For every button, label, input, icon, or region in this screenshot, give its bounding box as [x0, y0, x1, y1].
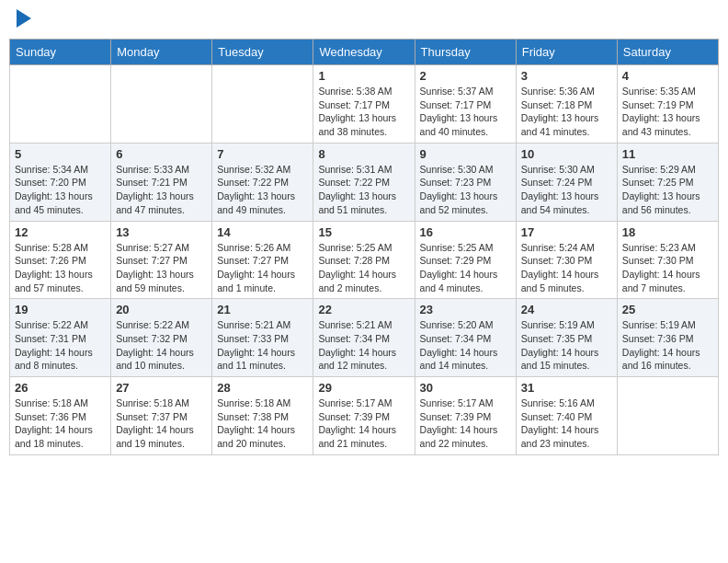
calendar-cell: 19Sunrise: 5:22 AM Sunset: 7:31 PM Dayli…	[10, 299, 111, 377]
calendar-cell: 30Sunrise: 5:17 AM Sunset: 7:39 PM Dayli…	[415, 377, 516, 455]
cell-day-number: 10	[521, 147, 612, 161]
calendar-cell: 13Sunrise: 5:27 AM Sunset: 7:27 PM Dayli…	[111, 221, 212, 299]
logo-arrow-icon	[17, 9, 31, 28]
calendar-cell: 29Sunrise: 5:17 AM Sunset: 7:39 PM Dayli…	[313, 377, 415, 455]
cell-day-number: 12	[15, 225, 106, 239]
cell-day-info: Sunrise: 5:19 AM Sunset: 7:36 PM Dayligh…	[622, 318, 713, 373]
cell-day-info: Sunrise: 5:33 AM Sunset: 7:21 PM Dayligh…	[116, 163, 207, 217]
cell-day-info: Sunrise: 5:21 AM Sunset: 7:34 PM Dayligh…	[318, 318, 409, 373]
cell-day-number: 30	[420, 381, 511, 395]
cell-day-number: 5	[15, 147, 106, 161]
calendar-week-row: 12Sunrise: 5:28 AM Sunset: 7:26 PM Dayli…	[10, 221, 719, 299]
cell-day-info: Sunrise: 5:27 AM Sunset: 7:27 PM Dayligh…	[116, 241, 207, 295]
cell-day-number: 31	[521, 381, 612, 395]
cell-day-info: Sunrise: 5:32 AM Sunset: 7:22 PM Dayligh…	[217, 163, 308, 217]
cell-day-info: Sunrise: 5:17 AM Sunset: 7:39 PM Dayligh…	[420, 396, 511, 451]
cell-day-number: 6	[116, 147, 207, 161]
calendar-week-row: 5Sunrise: 5:34 AM Sunset: 7:20 PM Daylig…	[10, 143, 719, 221]
day-of-week-header: Friday	[516, 40, 617, 65]
cell-day-info: Sunrise: 5:17 AM Sunset: 7:39 PM Dayligh…	[318, 396, 409, 451]
cell-day-info: Sunrise: 5:34 AM Sunset: 7:20 PM Dayligh…	[15, 163, 106, 217]
calendar-cell: 4Sunrise: 5:35 AM Sunset: 7:19 PM Daylig…	[617, 65, 718, 144]
cell-day-number: 14	[217, 225, 308, 239]
cell-day-number: 26	[15, 381, 106, 395]
cell-day-info: Sunrise: 5:18 AM Sunset: 7:36 PM Dayligh…	[15, 396, 106, 451]
cell-day-info: Sunrise: 5:24 AM Sunset: 7:30 PM Dayligh…	[521, 241, 612, 295]
cell-day-number: 1	[318, 69, 409, 83]
cell-day-info: Sunrise: 5:35 AM Sunset: 7:19 PM Dayligh…	[622, 85, 713, 139]
cell-day-info: Sunrise: 5:18 AM Sunset: 7:38 PM Dayligh…	[217, 396, 308, 451]
cell-day-number: 21	[217, 303, 308, 316]
calendar-cell: 9Sunrise: 5:30 AM Sunset: 7:23 PM Daylig…	[415, 143, 516, 221]
calendar-cell: 1Sunrise: 5:38 AM Sunset: 7:17 PM Daylig…	[313, 65, 415, 144]
cell-day-info: Sunrise: 5:25 AM Sunset: 7:28 PM Dayligh…	[318, 241, 409, 295]
calendar-cell: 26Sunrise: 5:18 AM Sunset: 7:36 PM Dayli…	[10, 377, 111, 455]
cell-day-number: 28	[217, 381, 308, 395]
calendar-cell	[617, 377, 718, 455]
cell-day-number: 8	[318, 147, 409, 161]
day-of-week-header: Sunday	[10, 40, 111, 65]
calendar-cell: 22Sunrise: 5:21 AM Sunset: 7:34 PM Dayli…	[313, 299, 415, 377]
cell-day-info: Sunrise: 5:16 AM Sunset: 7:40 PM Dayligh…	[521, 396, 612, 451]
calendar-cell: 3Sunrise: 5:36 AM Sunset: 7:18 PM Daylig…	[516, 65, 617, 144]
day-of-week-header: Tuesday	[212, 40, 313, 65]
calendar-body: 1Sunrise: 5:38 AM Sunset: 7:17 PM Daylig…	[10, 65, 719, 455]
cell-day-number: 17	[521, 225, 612, 239]
calendar-cell	[212, 65, 313, 144]
cell-day-number: 2	[420, 69, 511, 83]
cell-day-number: 16	[420, 225, 511, 239]
cell-day-info: Sunrise: 5:20 AM Sunset: 7:34 PM Dayligh…	[420, 318, 511, 373]
day-of-week-header: Saturday	[617, 40, 718, 65]
calendar-cell: 25Sunrise: 5:19 AM Sunset: 7:36 PM Dayli…	[617, 299, 718, 377]
cell-day-info: Sunrise: 5:26 AM Sunset: 7:27 PM Dayligh…	[217, 241, 308, 295]
cell-day-info: Sunrise: 5:25 AM Sunset: 7:29 PM Dayligh…	[420, 241, 511, 295]
cell-day-info: Sunrise: 5:22 AM Sunset: 7:31 PM Dayligh…	[15, 318, 106, 373]
cell-day-number: 3	[521, 69, 612, 83]
cell-day-number: 27	[116, 381, 207, 395]
cell-day-info: Sunrise: 5:37 AM Sunset: 7:17 PM Dayligh…	[420, 85, 511, 139]
cell-day-number: 7	[217, 147, 308, 161]
calendar-cell: 21Sunrise: 5:21 AM Sunset: 7:33 PM Dayli…	[212, 299, 313, 377]
calendar-cell: 8Sunrise: 5:31 AM Sunset: 7:22 PM Daylig…	[313, 143, 415, 221]
cell-day-info: Sunrise: 5:30 AM Sunset: 7:23 PM Dayligh…	[420, 163, 511, 217]
cell-day-info: Sunrise: 5:23 AM Sunset: 7:30 PM Dayligh…	[622, 241, 713, 295]
cell-day-info: Sunrise: 5:29 AM Sunset: 7:25 PM Dayligh…	[622, 163, 713, 217]
cell-day-info: Sunrise: 5:22 AM Sunset: 7:32 PM Dayligh…	[116, 318, 207, 373]
logo	[14, 9, 31, 31]
day-of-week-header: Wednesday	[313, 40, 415, 65]
calendar-cell: 16Sunrise: 5:25 AM Sunset: 7:29 PM Dayli…	[415, 221, 516, 299]
cell-day-number: 18	[622, 225, 713, 239]
calendar-cell	[111, 65, 212, 144]
cell-day-number: 11	[622, 147, 713, 161]
calendar-cell: 11Sunrise: 5:29 AM Sunset: 7:25 PM Dayli…	[617, 143, 718, 221]
cell-day-number: 15	[318, 225, 409, 239]
day-of-week-header: Monday	[111, 40, 212, 65]
calendar-cell: 28Sunrise: 5:18 AM Sunset: 7:38 PM Dayli…	[212, 377, 313, 455]
page-header	[9, 9, 719, 31]
calendar-cell: 10Sunrise: 5:30 AM Sunset: 7:24 PM Dayli…	[516, 143, 617, 221]
cell-day-info: Sunrise: 5:36 AM Sunset: 7:18 PM Dayligh…	[521, 85, 612, 139]
calendar-week-row: 26Sunrise: 5:18 AM Sunset: 7:36 PM Dayli…	[10, 377, 719, 455]
cell-day-number: 13	[116, 225, 207, 239]
cell-day-info: Sunrise: 5:28 AM Sunset: 7:26 PM Dayligh…	[15, 241, 106, 295]
cell-day-number: 20	[116, 303, 207, 316]
calendar-table: SundayMondayTuesdayWednesdayThursdayFrid…	[9, 39, 719, 455]
calendar-cell: 7Sunrise: 5:32 AM Sunset: 7:22 PM Daylig…	[212, 143, 313, 221]
calendar-cell	[10, 65, 111, 144]
calendar-cell: 2Sunrise: 5:37 AM Sunset: 7:17 PM Daylig…	[415, 65, 516, 144]
calendar-cell: 31Sunrise: 5:16 AM Sunset: 7:40 PM Dayli…	[516, 377, 617, 455]
cell-day-number: 4	[622, 69, 713, 83]
cell-day-info: Sunrise: 5:31 AM Sunset: 7:22 PM Dayligh…	[318, 163, 409, 217]
calendar-cell: 24Sunrise: 5:19 AM Sunset: 7:35 PM Dayli…	[516, 299, 617, 377]
calendar-cell: 23Sunrise: 5:20 AM Sunset: 7:34 PM Dayli…	[415, 299, 516, 377]
calendar-cell: 20Sunrise: 5:22 AM Sunset: 7:32 PM Dayli…	[111, 299, 212, 377]
cell-day-info: Sunrise: 5:18 AM Sunset: 7:37 PM Dayligh…	[116, 396, 207, 451]
cell-day-info: Sunrise: 5:30 AM Sunset: 7:24 PM Dayligh…	[521, 163, 612, 217]
calendar-cell: 18Sunrise: 5:23 AM Sunset: 7:30 PM Dayli…	[617, 221, 718, 299]
cell-day-number: 22	[318, 303, 409, 316]
cell-day-info: Sunrise: 5:21 AM Sunset: 7:33 PM Dayligh…	[217, 318, 308, 373]
cell-day-number: 9	[420, 147, 511, 161]
cell-day-number: 29	[318, 381, 409, 395]
day-of-week-header: Thursday	[415, 40, 516, 65]
calendar-cell: 5Sunrise: 5:34 AM Sunset: 7:20 PM Daylig…	[10, 143, 111, 221]
